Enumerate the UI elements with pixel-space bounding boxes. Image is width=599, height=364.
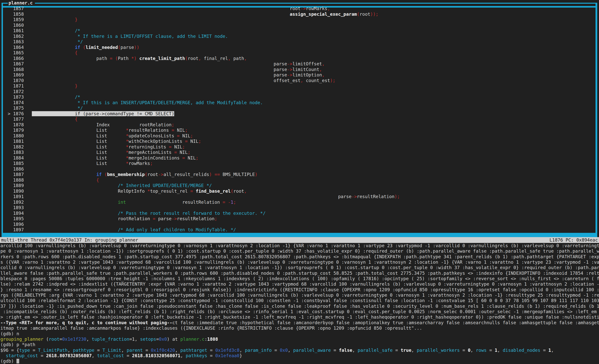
status-line-pc-info: L1876 PC: 0x894eac xyxy=(550,237,598,243)
text-segment: = xyxy=(487,348,495,353)
text-segment: NIL xyxy=(174,128,185,133)
source-line: 1872 xyxy=(2,89,400,95)
text-segment: total_cost xyxy=(97,353,124,358)
text-segment: param_info xyxy=(245,348,272,353)
text-segment: 1808 xyxy=(207,337,218,342)
source-line: 1859 } xyxy=(2,17,400,23)
text-segment: , xyxy=(92,353,97,358)
text-segment: root xyxy=(49,337,59,342)
console-line: grouping_planner (root=0x1e1f230, tuple_… xyxy=(0,337,599,342)
text-segment: ( xyxy=(357,12,360,17)
text-segment: NIL xyxy=(180,133,190,138)
text-segment: 0x1efeaa0 xyxy=(215,353,239,358)
text-segment: ; xyxy=(150,161,153,166)
text-segment: create_limit_path xyxy=(139,56,185,61)
text-segment: = xyxy=(60,337,62,342)
text-segment: = xyxy=(207,353,215,358)
source-line: 1857 root->rowMarks, xyxy=(2,6,400,11)
text-segment: assign_special_exec_param xyxy=(290,12,357,17)
text-segment: /* Add only leaf children to ModifyTable… xyxy=(118,227,236,232)
text-segment xyxy=(80,45,83,50)
source-line: 1881 List *withCheckOptionLists = NIL; xyxy=(2,139,400,144)
text-segment: offset_est xyxy=(274,78,300,83)
text-segment xyxy=(225,200,228,205)
text-segment: rows xyxy=(476,348,486,353)
text-segment: 2618.807832056807 xyxy=(46,353,92,358)
text-segment: type xyxy=(19,348,30,353)
text-segment: parse xyxy=(338,194,352,199)
source-line: 1892 int resultRelation = -1; xyxy=(2,199,400,205)
text-segment: { xyxy=(97,178,99,183)
text-segment: List xyxy=(97,144,126,149)
source-window-title: planner.c xyxy=(9,0,33,6)
source-line: 1875 */ xyxy=(2,105,400,111)
text-segment: * If this is an INSERT/UPDATE/DELETE/MER… xyxy=(75,100,263,105)
text-segment: ( xyxy=(231,189,233,194)
text-segment: , xyxy=(551,348,554,353)
console-line: itmap true :amcanparallel false :amcanma… xyxy=(0,325,599,331)
text-segment: = xyxy=(124,353,132,358)
source-line: 1870 offset_est, count_est); xyxy=(2,78,400,83)
source-pane[interactable]: 1857 root->rowMarks, 1858 xyxy=(2,6,400,233)
console-line: > :right_em <> :outer_is_left false :has… xyxy=(0,314,599,320)
source-line: 1860 xyxy=(2,23,400,28)
window-border-bottom xyxy=(1,233,597,237)
text-segment: all_result_relids xyxy=(164,172,209,177)
text-segment: = xyxy=(153,216,155,221)
text-segment: NIL xyxy=(185,155,196,160)
text-segment: collid 0 :varnullingrels (b) :varlevelsu… xyxy=(0,265,599,270)
text-segment: (gdb) p *path xyxy=(0,342,35,347)
text-segment: limit_needed xyxy=(86,45,118,50)
source-line-current: > 1876 if (parse->commandType != CMD_SEL… xyxy=(2,111,400,117)
text-segment: s ({VAR :varno 1 :varattno 2 :vartype 10… xyxy=(0,260,599,265)
text-segment: = xyxy=(169,144,172,149)
source-line: 1883 List *mergeActionLists = NIL; xyxy=(2,150,400,155)
text-segment: , xyxy=(300,78,303,83)
text-segment: , xyxy=(470,348,476,353)
text-segment: ) xyxy=(209,172,212,177)
text-segment: = xyxy=(177,133,180,138)
source-line: 1897 /* Add only leaf children to Modify… xyxy=(2,227,400,233)
text-segment: , xyxy=(319,67,322,72)
gdb-prompt-line: (gdb) xyxy=(0,358,599,364)
text-segment: List xyxy=(97,155,126,160)
text-segment: * xyxy=(126,133,129,138)
text-segment: = xyxy=(185,139,188,144)
text-segment: 1 xyxy=(495,348,497,353)
current-line-highlight: if (parse->commandType != CMD_SELECT) xyxy=(32,111,174,116)
text-segment: /* Pass the root result rel forward to t… xyxy=(118,211,265,216)
text-segment: } xyxy=(75,83,78,89)
text-segment: parallel_workers xyxy=(417,348,460,353)
text-segment: *) xyxy=(131,56,137,61)
console-line: 37 ]}) :location -1} :is_pushed_down tru… xyxy=(0,303,599,309)
text-segment: = xyxy=(156,337,159,342)
text-segment: ; xyxy=(190,133,193,138)
text-segment: parse xyxy=(274,72,287,77)
gdb-console[interactable]: arcollid 100 :varnullingrels (b) :varlev… xyxy=(0,243,599,364)
text-segment: * xyxy=(126,150,129,155)
console-line: $96 = {type = T_LimitPath, pathtype = T_… xyxy=(0,347,599,353)
console-line: rkers 0 :path.rows 600 :path.disabled_no… xyxy=(0,254,599,259)
text-segment: find_base_rel xyxy=(196,189,231,194)
text-segment: ; xyxy=(171,122,174,127)
console-line: lse) :relam 2742 :indpred <> :indextlist… xyxy=(0,281,599,287)
text-segment: final_rel xyxy=(201,56,228,61)
text-segment: * xyxy=(126,144,129,149)
text-segment: (gdb) n xyxy=(0,331,19,336)
gdb-status-bar: multi-thre Thread 0x7f4e19a137 In: group… xyxy=(0,237,599,243)
text-segment: , xyxy=(497,348,503,353)
text-segment: , xyxy=(239,348,245,353)
text-segment: , xyxy=(180,353,186,358)
text-segment: NIL xyxy=(171,144,182,149)
terminal-cursor[interactable] xyxy=(17,359,19,364)
source-line: 1889 /* Inherited UPDATE/DELETE/MERGE */ xyxy=(2,183,400,188)
text-segment: limitOption xyxy=(292,72,322,77)
text-segment: ; xyxy=(233,200,236,205)
text-segment: * xyxy=(126,161,129,166)
text-segment: root xyxy=(188,56,198,61)
source-line: 1894 /* Pass the root result rel forward… xyxy=(2,211,400,216)
source-line: 1877 { xyxy=(2,116,400,122)
text-segment: rowMarks xyxy=(129,161,150,166)
text-segment: ; xyxy=(198,139,201,144)
text-segment: ; xyxy=(182,144,185,149)
